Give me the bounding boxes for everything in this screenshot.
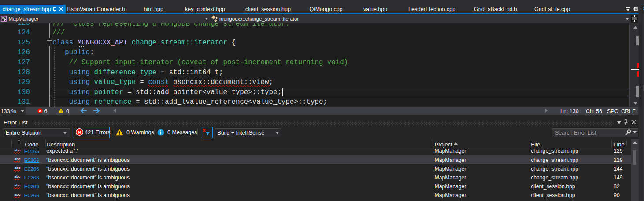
- svg-text:abc: abc: [14, 184, 21, 188]
- svg-text:abc: abc: [14, 175, 21, 179]
- svg-text:abc: abc: [14, 166, 21, 170]
- svg-text:abc: abc: [14, 157, 21, 161]
- svg-text:abc: abc: [14, 193, 21, 197]
- svg-text:abc: abc: [14, 148, 21, 152]
